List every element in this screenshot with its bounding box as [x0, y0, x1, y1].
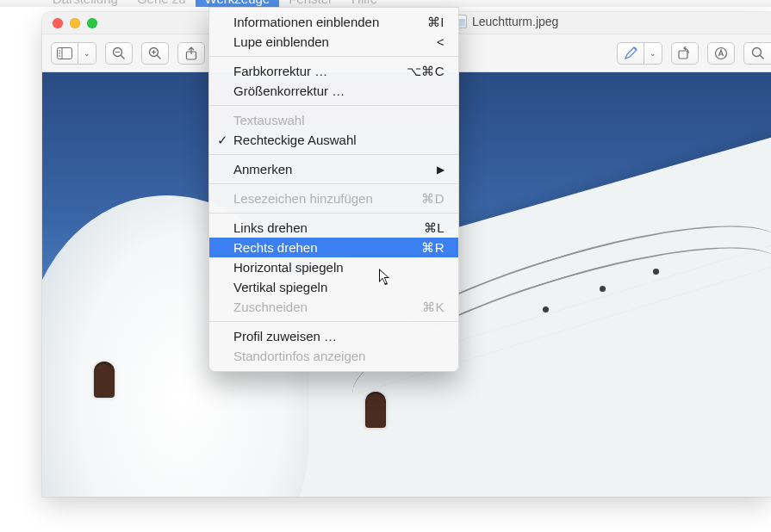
chevron-down-icon: ⌄ — [650, 49, 656, 58]
svg-point-5 — [114, 47, 122, 56]
menubar-item-hilfe[interactable]: Hilfe — [342, 0, 387, 7]
magnifier-plus-icon — [148, 46, 162, 60]
menu-item-label: Standortinfos anzeigen — [233, 349, 365, 363]
markup-button[interactable] — [617, 42, 644, 65]
search-icon — [751, 46, 765, 60]
menubar-item-werkzeuge[interactable]: Werkzeuge — [196, 0, 280, 7]
sidebar-button[interactable] — [51, 42, 78, 65]
menubar-item-fenster[interactable]: Fenster — [279, 0, 342, 7]
menu-item: Standortinfos anzeigen — [209, 346, 458, 366]
rotate-icon — [678, 46, 693, 59]
menu-item-label: Farbkorrektur … — [233, 64, 327, 78]
menubar-item-darstellung[interactable]: Darstellung — [43, 0, 127, 7]
menu-item-label: Rechteckige Auswahl — [233, 133, 357, 147]
checkmark-icon: ✓ — [217, 133, 228, 148]
menu-item[interactable]: Lupe einblenden< — [209, 32, 458, 52]
svg-rect-12 — [187, 52, 196, 59]
menu-item: Zuschneiden⌘K — [209, 297, 458, 317]
close-icon[interactable] — [53, 18, 63, 28]
svg-rect-15 — [679, 51, 687, 59]
system-menubar: Darstellung Gehe zu Werkzeuge Fenster Hi… — [0, 0, 771, 7]
menu-item[interactable]: Informationen einblenden⌘I — [209, 12, 458, 32]
menu-item-label: Größenkorrektur … — [233, 84, 345, 98]
menu-item-shortcut: ⌘L — [424, 220, 445, 236]
share-icon — [185, 46, 197, 60]
image-content-window — [365, 392, 386, 428]
menu-item-label: Links drehen — [233, 220, 308, 235]
menu-item[interactable]: Links drehen⌘L — [209, 218, 458, 238]
menu-item: Textauswahl — [209, 110, 458, 130]
rotate-button[interactable] — [671, 42, 699, 65]
menu-item[interactable]: Anmerken▶ — [209, 159, 458, 179]
filename-label: Leuchtturm.jpeg — [472, 15, 558, 28]
chevron-down-icon: ⌄ — [84, 49, 90, 58]
mouse-cursor-icon — [379, 269, 393, 288]
svg-line-9 — [157, 55, 160, 59]
magnifier-minus-icon — [112, 46, 126, 60]
menu-item-label: Lesezeichen hinzufügen — [233, 191, 373, 206]
menu-item-shortcut: < — [437, 34, 445, 49]
zoom-icon[interactable] — [87, 18, 97, 28]
minimize-icon[interactable] — [70, 18, 80, 28]
menu-item: Lesezeichen hinzufügen⌘D — [209, 189, 458, 208]
image-content-window — [94, 362, 115, 398]
svg-rect-0 — [58, 47, 72, 59]
menu-item-label: Lupe einblenden — [233, 34, 329, 49]
menu-item-shortcut: ⌘D — [421, 191, 445, 207]
sidebar-dropdown-button[interactable]: ⌄ — [78, 42, 96, 65]
menubar-item-geheZu[interactable]: Gehe zu — [127, 0, 196, 7]
werkzeuge-menu[interactable]: Informationen einblenden⌘ILupe einblende… — [208, 7, 459, 372]
markup-dropdown-button[interactable]: ⌄ — [644, 42, 662, 65]
svg-point-17 — [752, 47, 761, 56]
menu-item[interactable]: Vertikal spiegeln — [209, 277, 458, 297]
svg-line-6 — [121, 55, 124, 59]
menu-item-shortcut: ⌘I — [427, 15, 445, 30]
menu-item[interactable]: Größenkorrektur … — [209, 81, 458, 101]
svg-point-8 — [150, 47, 159, 56]
zoom-out-button[interactable] — [105, 42, 133, 65]
menu-item[interactable]: ✓Rechteckige Auswahl — [209, 130, 458, 150]
menu-item[interactable]: Farbkorrektur …⌥⌘C — [209, 61, 458, 81]
menu-item[interactable]: Horizontal spiegeln — [209, 257, 458, 277]
marker-icon — [714, 46, 728, 60]
menu-item[interactable]: Rechts drehen⌘R — [209, 238, 458, 257]
menu-item-label: Anmerken — [233, 162, 292, 176]
submenu-arrow-icon: ▶ — [437, 164, 445, 176]
menu-item-label: Vertikal spiegeln — [233, 280, 327, 294]
menu-item[interactable]: Profil zuweisen … — [209, 326, 458, 346]
share-button[interactable] — [177, 42, 205, 65]
menu-item-label: Horizontal spiegeln — [233, 260, 344, 275]
menu-item-shortcut: ⌥⌘C — [407, 64, 445, 79]
svg-point-16 — [716, 47, 727, 59]
zoom-in-button[interactable] — [141, 42, 169, 65]
pencil-icon — [624, 46, 637, 60]
annotate-button[interactable] — [707, 42, 735, 65]
menu-item-shortcut: ⌘K — [422, 300, 445, 315]
search-button[interactable] — [743, 42, 771, 65]
menu-item-label: Zuschneiden — [233, 300, 308, 314]
menu-item-label: Profil zuweisen … — [233, 329, 337, 343]
menu-item-label: Textauswahl — [233, 113, 305, 127]
sidebar-icon — [57, 47, 72, 59]
menu-item-label: Rechts drehen — [233, 240, 318, 255]
svg-point-14 — [634, 47, 636, 49]
menu-item-shortcut: ⌘R — [421, 240, 445, 256]
window-title: Leuchtturm.jpeg — [456, 15, 558, 28]
svg-line-18 — [760, 55, 763, 59]
menu-item-label: Informationen einblenden — [233, 15, 379, 29]
